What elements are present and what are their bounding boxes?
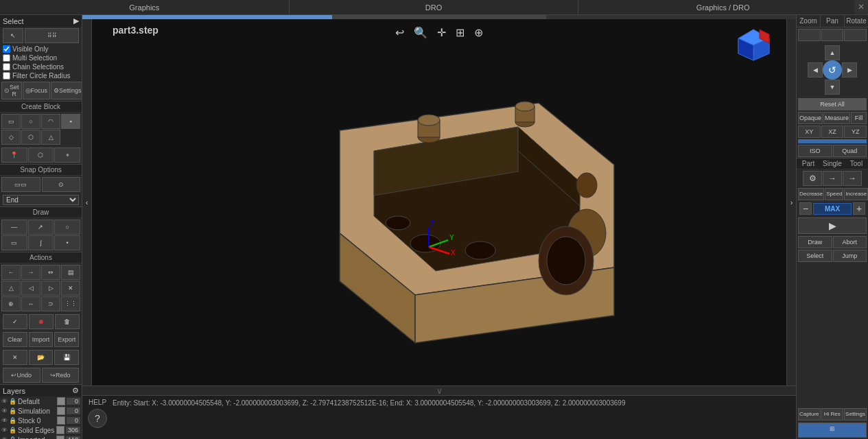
layers-settings-icon[interactable]: ⚙ <box>72 386 79 395</box>
speed-minus-btn[interactable]: − <box>799 202 812 215</box>
delete-red-btn[interactable]: ⏺ <box>29 314 54 329</box>
diamond-btn[interactable]: ◇ <box>1 130 21 145</box>
solid-btn[interactable]: ▪ <box>61 114 80 129</box>
chain-selections-checkbox[interactable] <box>3 63 10 71</box>
draw-dot-btn[interactable]: • <box>54 235 80 250</box>
layer-default-color[interactable] <box>57 397 65 405</box>
tab-graphics-dro[interactable]: Graphics / DRO <box>578 0 868 14</box>
tab-dro[interactable]: DRO <box>290 0 579 14</box>
grid-btn[interactable]: ⊞ <box>453 25 467 40</box>
layer-solid-edges-lock[interactable]: 🔒 <box>9 427 16 434</box>
snap-dropdown[interactable]: End <box>3 195 79 205</box>
iso-view-btn[interactable]: ISO <box>798 145 832 157</box>
visible-only-checkbox[interactable] <box>3 45 10 53</box>
layer-default-eye[interactable]: 👁 <box>1 398 8 405</box>
dpad-right-btn[interactable]: ▶ <box>842 62 857 78</box>
zoom-in-area-btn[interactable] <box>798 29 821 41</box>
xz-view-btn[interactable]: XZ <box>821 126 844 138</box>
arc-btn[interactable]: ◠ <box>41 114 60 129</box>
cube3d-btn[interactable]: ⬡ <box>21 130 40 145</box>
part-icon-1-btn[interactable]: ⚙ <box>803 171 822 186</box>
clear-btn[interactable]: Clear <box>3 332 27 347</box>
draw-circle-btn[interactable]: ○ <box>54 220 80 235</box>
tab-pan[interactable]: Pan <box>821 15 845 27</box>
layer-imported-eye[interactable]: 👁 <box>1 436 8 439</box>
layer-simulation-eye[interactable]: 👁 <box>1 407 8 414</box>
dpad-center-btn[interactable]: ↺ <box>823 60 842 80</box>
layer-simulation-color[interactable] <box>57 407 65 415</box>
layer-solid-edges-eye[interactable]: 👁 <box>1 427 8 434</box>
part-tab[interactable]: Part <box>797 160 820 167</box>
open-file-btn[interactable]: 📂 <box>29 350 54 365</box>
zoom-out-area-btn[interactable] <box>821 29 844 41</box>
settings-btn[interactable]: ⚙ Settings <box>51 82 82 99</box>
rect-btn[interactable]: ▭ <box>1 114 21 129</box>
tool-tab[interactable]: Tool <box>845 160 868 167</box>
viewport-3d[interactable]: part3.step ↩ 🔍 ✛ ⊞ ⊕ <box>92 19 786 385</box>
zoom-fit-btn[interactable]: ⊕ <box>471 25 486 40</box>
layer-default-lock[interactable]: 🔒 <box>9 398 16 405</box>
layer-imported-lock[interactable]: 🔒 <box>9 436 16 439</box>
snap-icon-2[interactable]: ⊙ <box>42 177 81 192</box>
left-collapse-btn[interactable]: ‹ <box>82 19 92 385</box>
check-btn[interactable]: ✓ <box>3 314 27 329</box>
action-10-btn[interactable]: ↔ <box>21 296 40 311</box>
tab-rotate[interactable]: Rotate <box>845 15 868 27</box>
part-icon-2-btn[interactable]: → <box>823 171 842 186</box>
part-icon-3-btn[interactable]: → <box>843 171 862 186</box>
focus-btn[interactable]: ◎ Focus <box>23 82 51 99</box>
measure-btn[interactable]: Measure <box>823 112 850 124</box>
draw-btn[interactable]: Draw <box>798 236 832 248</box>
import-btn[interactable]: Import <box>29 332 54 347</box>
capture-btn[interactable]: Capture <box>798 408 821 420</box>
draw-curve-btn[interactable]: ∫ <box>28 235 54 250</box>
single-tab[interactable]: Single <box>821 160 844 167</box>
dpad-left-btn[interactable]: ◀ <box>808 62 823 78</box>
layer-stock0-eye[interactable]: 👁 <box>1 417 8 424</box>
action-8-btn[interactable]: ✕ <box>61 281 80 296</box>
hires-btn[interactable]: Hi Res <box>821 408 844 420</box>
dpad-up-btn[interactable]: ▲ <box>825 45 840 60</box>
speed-plus-btn[interactable]: + <box>853 202 865 215</box>
action-left-btn[interactable]: ← <box>1 265 21 280</box>
select-btn[interactable]: Select <box>798 250 832 262</box>
action-right-btn[interactable]: → <box>21 265 40 280</box>
action-7-btn[interactable]: ▷ <box>41 281 60 296</box>
arrow-select-btn[interactable]: ↖ <box>3 28 23 43</box>
layer-simulation-lock[interactable]: 🔒 <box>9 407 16 414</box>
help-button[interactable]: ? <box>88 409 107 428</box>
freeform-btn[interactable]: ⌖ <box>54 147 80 163</box>
quad-view-btn[interactable]: Quad <box>833 145 867 157</box>
redo-btn[interactable]: ↪ Redo <box>42 368 80 383</box>
xy-view-btn[interactable]: XY <box>798 126 821 138</box>
undo-btn[interactable]: ↩ Undo <box>3 368 40 383</box>
yz-view-btn[interactable]: YZ <box>844 126 867 138</box>
play-btn[interactable]: ▶ <box>798 217 867 234</box>
snap-icon-1[interactable]: ▭▭ <box>1 177 40 192</box>
draw-rect-btn[interactable]: ▭ <box>1 235 27 250</box>
set-r-btn[interactable]: ⊙ Set R <box>1 82 22 99</box>
settings-right-btn[interactable]: Settings <box>844 408 867 420</box>
circle-btn[interactable]: ○ <box>21 114 40 129</box>
layer-stock0-lock[interactable]: 🔒 <box>9 417 16 424</box>
location-btn[interactable]: 📍 <box>1 147 27 163</box>
undo-view-btn[interactable]: ↩ <box>392 25 407 40</box>
triangle-btn[interactable]: △ <box>41 130 60 145</box>
move-btn[interactable]: ✛ <box>434 25 449 40</box>
layer-solid-edges-color[interactable] <box>56 426 64 434</box>
draw-arrow-btn[interactable]: ↗ <box>28 220 54 235</box>
tab-graphics[interactable]: Graphics <box>0 0 290 14</box>
action-12-btn[interactable]: ⋮⋮ <box>61 296 80 311</box>
bottom-icon-btn[interactable]: ⊞ <box>798 423 867 438</box>
dpad-down-btn[interactable]: ▼ <box>825 80 840 95</box>
export-btn[interactable]: Export <box>54 332 79 347</box>
zoom-fit-area-btn[interactable] <box>844 29 867 41</box>
close-file-btn[interactable]: ✕ <box>3 350 27 365</box>
abort-btn[interactable]: Abort <box>833 236 867 248</box>
dotted-select-btn[interactable]: ⠿⠿ <box>25 28 79 43</box>
save-file-btn[interactable]: 💾 <box>54 350 79 365</box>
multi-selection-checkbox[interactable] <box>3 54 10 62</box>
layer-imported-color[interactable] <box>56 436 64 439</box>
orientation-cube[interactable] <box>735 26 773 65</box>
action-3-btn[interactable]: ⇔ <box>41 265 60 280</box>
